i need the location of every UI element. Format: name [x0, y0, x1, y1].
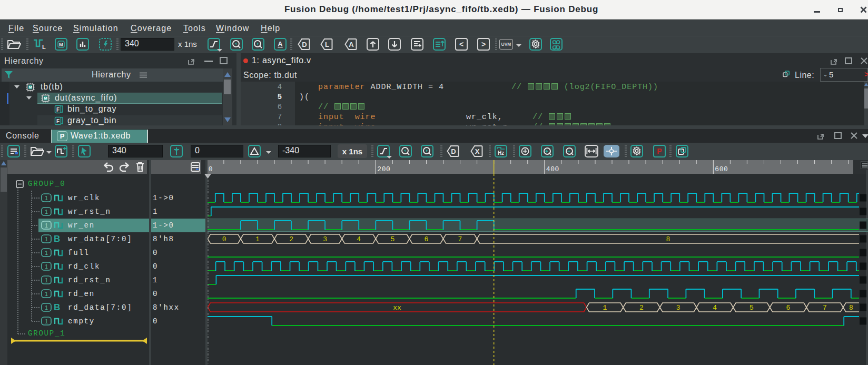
svg-text:D: D	[451, 147, 456, 155]
svg-text:1: 1	[45, 195, 48, 201]
svg-text:1: 1	[45, 222, 48, 229]
svg-text:X: X	[475, 147, 480, 155]
svg-text:6: 6	[425, 235, 429, 243]
svg-text:2: 2	[289, 235, 293, 243]
svg-text:2: 2	[639, 304, 644, 312]
svg-text:1: 1	[45, 318, 48, 324]
svg-text:7: 7	[823, 304, 827, 312]
svg-text:3: 3	[676, 304, 680, 312]
svg-text:A: A	[278, 40, 283, 48]
svg-text:1: 1	[603, 304, 607, 312]
svg-text:600: 600	[715, 165, 728, 173]
svg-text:A: A	[349, 41, 354, 48]
svg-text:L: L	[325, 41, 329, 48]
svg-text:8: 8	[666, 235, 670, 243]
svg-text:0: 0	[209, 165, 213, 173]
svg-text:5: 5	[390, 235, 394, 243]
svg-text:1: 1	[45, 263, 48, 270]
svg-text:6: 6	[786, 304, 790, 312]
svg-text:L: L	[42, 44, 46, 50]
svg-text:1: 1	[45, 277, 48, 283]
svg-text:M: M	[59, 42, 63, 47]
svg-text:1: 1	[45, 304, 48, 311]
svg-text:3: 3	[323, 235, 327, 243]
svg-text:200: 200	[377, 165, 390, 173]
svg-text:4: 4	[713, 304, 717, 312]
svg-text:0: 0	[222, 235, 226, 243]
svg-text:1: 1	[45, 291, 48, 297]
svg-text:7: 7	[458, 235, 462, 243]
svg-text:F: F	[56, 119, 60, 124]
svg-text:M: M	[28, 85, 32, 90]
svg-text:400: 400	[546, 165, 559, 173]
svg-text:Hz: Hz	[498, 150, 504, 156]
svg-text:8: 8	[849, 304, 853, 312]
svg-text:1: 1	[45, 236, 48, 242]
svg-text:1: 1	[45, 250, 48, 256]
svg-text:1: 1	[45, 209, 48, 215]
svg-text:M: M	[44, 96, 47, 101]
svg-text:D: D	[302, 41, 307, 48]
svg-text:xx: xx	[393, 304, 401, 312]
svg-text:F: F	[56, 107, 60, 113]
svg-text:5: 5	[749, 304, 754, 312]
svg-text:4: 4	[357, 235, 361, 243]
svg-text:1: 1	[255, 235, 260, 243]
